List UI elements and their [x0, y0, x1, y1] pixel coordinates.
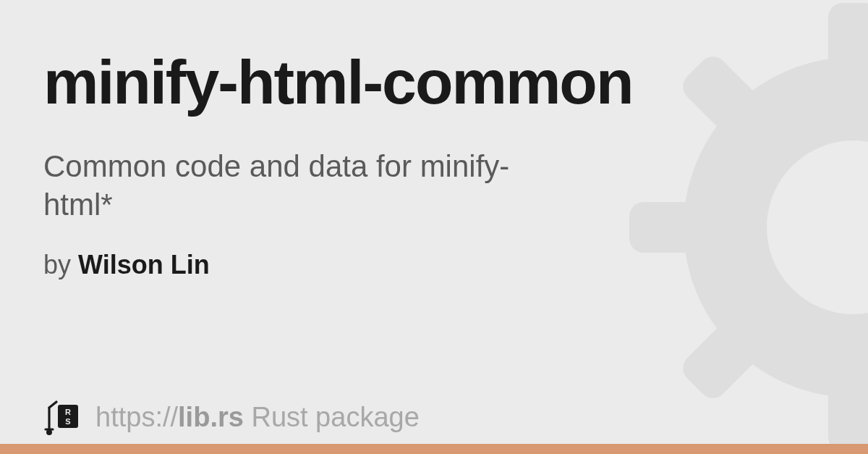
svg-text:R: R	[65, 408, 71, 416]
svg-rect-4	[677, 313, 768, 404]
librs-logo-icon: R S	[43, 398, 82, 437]
package-description: Common code and data for minify-html*	[43, 148, 550, 224]
package-name: minify-html-common	[43, 51, 825, 113]
svg-point-10	[46, 429, 52, 435]
svg-text:S: S	[65, 417, 70, 426]
author-name: Wilson Lin	[78, 250, 210, 279]
url-prefix: https://	[95, 402, 178, 432]
package-author: by Wilson Lin	[43, 250, 825, 280]
footer-url: https://lib.rs Rust package	[95, 402, 420, 433]
footer: R S https://lib.rs Rust package	[43, 398, 420, 437]
accent-bar	[0, 444, 868, 454]
url-suffix: Rust package	[244, 402, 420, 432]
package-card: minify-html-common Common code and data …	[0, 0, 868, 280]
author-prefix: by	[43, 250, 78, 279]
url-domain: lib.rs	[178, 402, 244, 432]
svg-rect-2	[828, 374, 868, 452]
